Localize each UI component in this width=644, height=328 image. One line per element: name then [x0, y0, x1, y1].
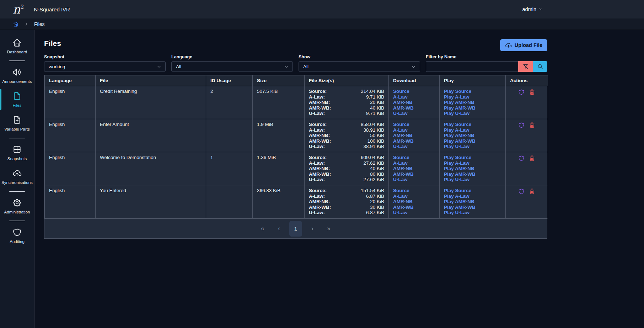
trash-icon[interactable] [529, 122, 535, 128]
user-menu[interactable]: admin [522, 6, 543, 12]
clear-filter-button[interactable] [518, 61, 533, 72]
logo-n: n [13, 2, 20, 16]
play-link[interactable]: Play A-Law [444, 127, 501, 133]
play-link[interactable]: Play U-Law [444, 144, 501, 149]
upload-file-label: Upload File [515, 42, 542, 48]
play-link[interactable]: Play Source [444, 89, 501, 94]
show-select[interactable]: All [299, 61, 420, 72]
prev-page-button[interactable]: ‹ [273, 222, 285, 236]
sidebar-item-administration[interactable]: Administration [0, 194, 34, 218]
sidebar-item-label: Synchronisations [1, 180, 33, 185]
download-link[interactable]: AMR-NB [393, 199, 435, 205]
play-link[interactable]: Play Source [444, 155, 501, 160]
file-size-line: Source:214.04 KiB [309, 89, 384, 94]
download-link[interactable]: AMR-WB [393, 105, 435, 111]
top-header: n2 N-Squared IVR admin [0, 0, 644, 18]
download-link[interactable]: U-Law [393, 210, 435, 216]
sidebar-item-label: Announcements [2, 79, 32, 84]
play-link[interactable]: Play AMR-WB [444, 205, 501, 210]
sidebar-item-files[interactable]: Files [0, 88, 34, 111]
download-link[interactable]: Source [393, 89, 435, 94]
download-link[interactable]: A-Law [393, 160, 435, 166]
column-header-language: Language [45, 75, 96, 86]
next-page-button[interactable]: › [306, 222, 318, 236]
trash-icon[interactable] [529, 89, 535, 95]
play-link[interactable]: Play AMR-WB [444, 138, 501, 144]
sidebar-item-synchronisations[interactable]: Synchronisations [0, 165, 34, 189]
show-select-value: All [303, 64, 308, 69]
cell-language: English [45, 86, 96, 119]
chevron-right-icon [24, 22, 29, 26]
play-link[interactable]: Play U-Law [444, 210, 501, 216]
play-link[interactable]: Play Source [444, 188, 501, 194]
sidebar-item-announcements[interactable]: Announcements [0, 64, 34, 88]
table-header-row: LanguageFileID UsageSizeFile Size(s)Down… [45, 75, 548, 86]
play-link[interactable]: Play AMR-NB [444, 100, 501, 105]
filter-by-name-input[interactable] [426, 61, 518, 72]
sidebar-item-snapshots[interactable]: Snapshots [0, 141, 34, 165]
play-link[interactable]: Play A-Law [444, 194, 501, 199]
shield-icon[interactable] [518, 155, 525, 162]
play-link[interactable]: Play AMR-WB [444, 105, 501, 111]
download-link[interactable]: A-Law [393, 94, 435, 100]
first-page-button[interactable]: « [257, 222, 269, 236]
download-link[interactable]: AMR-WB [393, 171, 435, 177]
snapshot-select[interactable]: working [44, 61, 166, 72]
download-link[interactable]: A-Law [393, 194, 435, 199]
download-link[interactable]: Source [393, 155, 435, 160]
trash-icon[interactable] [529, 188, 535, 195]
current-page-button[interactable]: 1 [289, 221, 302, 237]
play-link[interactable]: Play AMR-WB [444, 171, 501, 177]
language-select-value: All [176, 64, 181, 69]
cell-file: Welcome to Demonstation [96, 152, 206, 185]
shield-icon [12, 228, 22, 237]
download-link[interactable]: Source [393, 188, 435, 194]
cell-file: You Entered [96, 185, 206, 218]
main-content: Files Upload File Snapshot working Langu… [34, 30, 644, 328]
play-link[interactable]: Play AMR-NB [444, 199, 501, 205]
sidebar-item-label: Dashboard [7, 50, 27, 54]
cell-id-usage: 2 [206, 86, 253, 119]
table-row: EnglishWelcome to Demonstation11.36 MiBS… [45, 152, 548, 185]
shield-icon[interactable] [518, 89, 525, 95]
snapshot-select-value: working [49, 64, 65, 69]
download-link[interactable]: AMR-NB [393, 133, 435, 138]
download-link[interactable]: Source [393, 122, 435, 127]
download-link[interactable]: A-Law [393, 127, 435, 133]
cell-file-sizes: Source:858.04 KiBA-Law:38.91 KiBAMR-NB:5… [305, 119, 389, 152]
play-link[interactable]: Play A-Law [444, 160, 501, 166]
download-link[interactable]: U-Law [393, 177, 435, 182]
language-select[interactable]: All [171, 61, 293, 72]
play-link[interactable]: Play AMR-NB [444, 133, 501, 138]
download-link[interactable]: AMR-NB [393, 100, 435, 105]
trash-icon[interactable] [529, 155, 535, 162]
sidebar: DashboardAnnouncementsFilesVariable Part… [0, 30, 34, 328]
home-icon[interactable] [13, 21, 19, 27]
download-link[interactable]: U-Law [393, 144, 435, 149]
cell-play: Play SourcePlay A-LawPlay AMR-NBPlay AMR… [440, 119, 506, 152]
upload-file-button[interactable]: Upload File [500, 39, 547, 51]
cell-language: English [45, 119, 96, 152]
play-link[interactable]: Play AMR-NB [444, 166, 501, 171]
download-link[interactable]: AMR-NB [393, 166, 435, 171]
search-button[interactable] [533, 61, 547, 72]
play-link[interactable]: Play Source [444, 122, 501, 127]
play-link[interactable]: Play A-Law [444, 94, 501, 100]
cell-id-usage [206, 185, 253, 218]
play-link[interactable]: Play U-Law [444, 111, 501, 116]
download-link[interactable]: AMR-WB [393, 205, 435, 210]
play-link[interactable]: Play U-Law [444, 177, 501, 182]
page-title: Files [44, 39, 61, 48]
shield-icon[interactable] [518, 122, 525, 128]
table-row: EnglishCredit Remaining2507.5 KiBSource:… [45, 86, 548, 119]
download-link[interactable]: AMR-WB [393, 138, 435, 144]
sidebar-item-auditing[interactable]: Auditing [0, 224, 34, 248]
download-link[interactable]: U-Law [393, 111, 435, 116]
sidebar-item-dashboard[interactable]: Dashboard [0, 34, 34, 58]
column-header-size: Size [253, 75, 305, 86]
sidebar-item-variable-parts[interactable]: Variable Parts [0, 111, 34, 135]
shield-icon[interactable] [518, 188, 525, 195]
file-size-line: Source:151.54 KiB [309, 188, 384, 194]
last-page-button[interactable]: » [323, 222, 335, 236]
cell-download: SourceA-LawAMR-NBAMR-WBU-Law [389, 119, 440, 152]
